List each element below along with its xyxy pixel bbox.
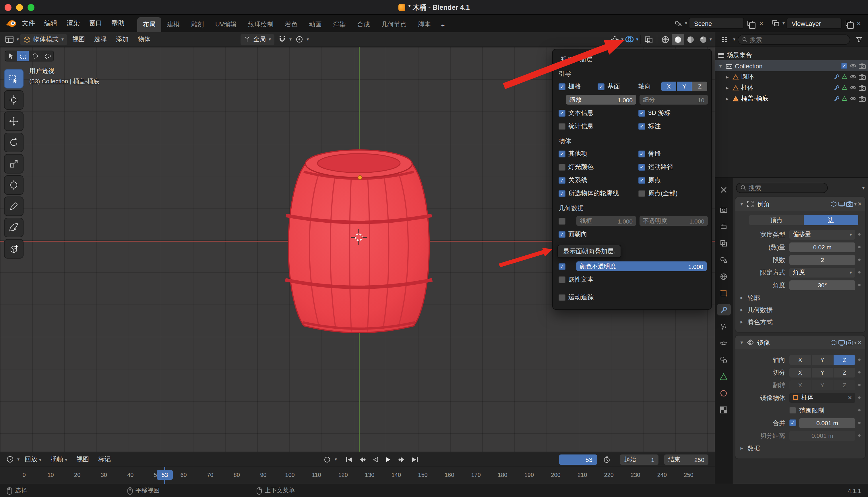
extras-checkbox[interactable]: ✓其他项: [559, 149, 587, 159]
checkbox-box[interactable]: [638, 190, 645, 197]
overlays-chevron-icon[interactable]: ▾: [636, 37, 638, 42]
shading-rendered-icon[interactable]: [697, 33, 709, 45]
expand-icon[interactable]: ▾: [718, 63, 723, 69]
editmode-toggle-icon[interactable]: [830, 339, 837, 345]
select-tweak-button[interactable]: [5, 51, 17, 61]
tab-modifiers-icon[interactable]: [717, 304, 731, 315]
axis-y-button[interactable]: Y: [811, 367, 833, 377]
opacity-slider[interactable]: 不透明度1.000: [639, 216, 708, 226]
workspace-tab-布局[interactable]: 布局: [137, 17, 161, 32]
bevel-modifier-header[interactable]: ▾ 倒角 ▾ ×: [735, 197, 865, 211]
bisect-distance-field[interactable]: 0.001 m: [789, 431, 855, 440]
attribute-text-checkbox[interactable]: 属性文本: [559, 275, 593, 284]
checkbox-box[interactable]: ✓: [638, 177, 645, 184]
collapse-icon[interactable]: ▾: [739, 340, 745, 345]
outliner-search[interactable]: [738, 34, 850, 44]
workspace-tab-雕刻[interactable]: 雕刻: [186, 17, 209, 32]
limit-method-dropdown[interactable]: 角度▾: [789, 268, 855, 277]
wireframe-slider[interactable]: 线框1.000: [576, 216, 636, 226]
workspace-tab-UV编辑[interactable]: UV编辑: [209, 17, 242, 32]
checkbox-box[interactable]: [559, 123, 565, 130]
play-button[interactable]: [383, 454, 394, 465]
barrel-object[interactable]: [273, 141, 445, 347]
close-window-button[interactable]: [4, 4, 12, 11]
bevel-tab-vertices[interactable]: 顶点: [749, 215, 804, 225]
maximize-window-button[interactable]: [28, 4, 34, 11]
axis-z-button[interactable]: Z: [692, 82, 707, 91]
tab-object-data-icon[interactable]: [717, 371, 731, 382]
tool-measure[interactable]: [4, 218, 24, 237]
outliner-row-collection[interactable]: ▾ Collection ✓: [715, 60, 868, 71]
menu-add[interactable]: 添加: [112, 33, 133, 45]
modifier-name[interactable]: 倒角: [757, 200, 770, 208]
checkbox-box[interactable]: ✓: [638, 110, 645, 116]
shading-solid-icon[interactable]: [672, 33, 684, 45]
checkbox-box[interactable]: [789, 407, 796, 414]
tool-add-primitive[interactable]: [4, 239, 24, 258]
outliner-row-barrel[interactable]: ▸ 桶盖-桶底: [715, 93, 868, 104]
3d-cursor-checkbox[interactable]: ✓3D 游标: [638, 108, 671, 118]
properties-search[interactable]: 搜索: [736, 183, 828, 193]
outliner-search-input[interactable]: [750, 36, 845, 43]
viewlayer-name-field[interactable]: ViewLayer: [786, 18, 842, 29]
amount-field[interactable]: 0.02 m: [789, 242, 855, 252]
checkbox-box[interactable]: ✓: [598, 83, 604, 90]
light-colors-checkbox[interactable]: 灯光颜色: [559, 162, 593, 172]
mirror-data-section[interactable]: ▸数据: [739, 443, 862, 453]
menu-file[interactable]: 文件: [17, 17, 40, 29]
axis-x-button[interactable]: X: [789, 367, 811, 377]
proportional-editing-icon[interactable]: [293, 33, 305, 45]
checkbox-box[interactable]: ✓: [638, 150, 645, 157]
duplicate-scene-icon[interactable]: [746, 19, 755, 28]
frame-start-field[interactable]: 起始1: [620, 454, 659, 465]
timeline-editor-icon[interactable]: [3, 454, 16, 465]
mirror-object-field[interactable]: 柱体 ×: [789, 393, 855, 402]
workspace-tab-+[interactable]: +: [437, 19, 450, 32]
annotations-checkbox[interactable]: ✓标注: [638, 121, 661, 131]
tab-viewlayer-icon[interactable]: [717, 237, 731, 249]
checkbox-box[interactable]: [559, 276, 565, 283]
prev-keyframe-button[interactable]: [356, 454, 368, 465]
hide-eye-icon[interactable]: [850, 96, 856, 101]
tool-select-box[interactable]: [4, 69, 24, 88]
tool-cursor[interactable]: [4, 90, 24, 110]
expand-icon[interactable]: ▸: [724, 74, 730, 80]
select-box-button[interactable]: [17, 51, 29, 61]
animate-dot[interactable]: [855, 284, 863, 286]
fade-opacity-checkbox[interactable]: ✓: [559, 261, 565, 271]
gizmo-chevron-icon[interactable]: ▾: [621, 37, 623, 42]
show-overlays-icon[interactable]: [623, 33, 636, 45]
viewlayer-browse-icon[interactable]: [771, 19, 781, 28]
tab-texture-icon[interactable]: [717, 404, 731, 415]
show-gizmo-icon[interactable]: [608, 33, 621, 45]
checkbox-box[interactable]: ✓: [559, 190, 565, 197]
tool-transform[interactable]: [4, 175, 24, 195]
checkbox-box[interactable]: [559, 164, 565, 170]
axis-z-button[interactable]: Z: [834, 380, 855, 390]
axis-y-button[interactable]: Y: [811, 380, 833, 390]
axis-y-button[interactable]: Y: [677, 82, 692, 91]
select-circle-button[interactable]: [29, 51, 41, 61]
clipping-checkbox[interactable]: 范围限制: [789, 406, 855, 415]
checkbox-box[interactable]: ✓: [789, 420, 796, 426]
disable-render-camera-icon[interactable]: [859, 63, 866, 69]
autokey-toggle-icon[interactable]: [322, 454, 333, 465]
tool-move[interactable]: [4, 112, 24, 131]
realtime-toggle-icon[interactable]: [838, 339, 845, 345]
properties-options-chevron-icon[interactable]: ▾: [862, 185, 865, 190]
bevel-shading-section[interactable]: ▸着色方式: [739, 316, 862, 327]
add-viewlayer-icon[interactable]: [843, 19, 853, 28]
floor-checkbox[interactable]: ✓基面: [598, 82, 620, 91]
snap-magnet-icon[interactable]: [276, 33, 288, 45]
bevel-profile-section[interactable]: ▸轮廓: [739, 293, 862, 303]
animate-dot[interactable]: [855, 435, 863, 437]
tab-tool-icon[interactable]: [717, 184, 731, 195]
xray-toggle-icon[interactable]: [643, 33, 655, 45]
axis-y-button[interactable]: Y: [811, 355, 833, 365]
menu-edit[interactable]: 编辑: [40, 17, 62, 29]
face-orientation-checkbox[interactable]: ✓面朝向: [559, 229, 587, 239]
animate-dot[interactable]: [855, 396, 863, 399]
menu-window[interactable]: 窗口: [84, 17, 107, 29]
snap-options-chevron-icon[interactable]: ▾: [289, 37, 292, 42]
workspace-tab-合成[interactable]: 合成: [352, 17, 376, 32]
